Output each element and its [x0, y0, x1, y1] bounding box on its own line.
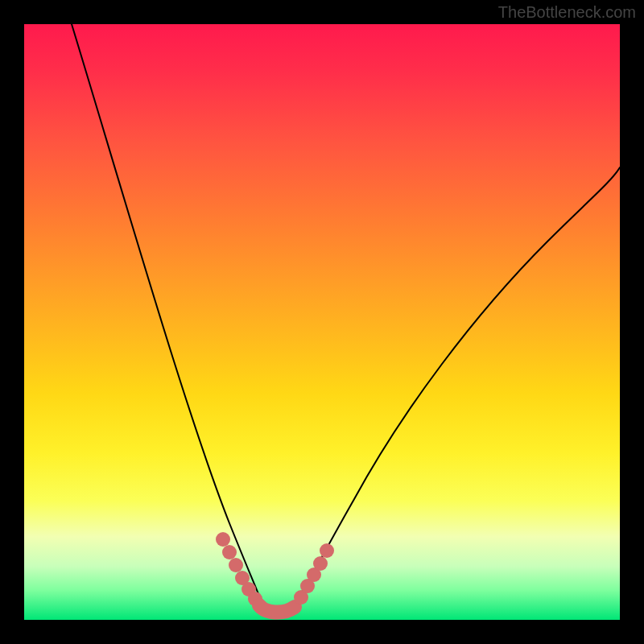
curve-left-branch	[72, 24, 270, 613]
marker-dot	[320, 543, 334, 558]
marker-dot	[216, 532, 230, 547]
chart-svg	[24, 24, 620, 620]
curve-right-branch	[290, 167, 620, 612]
marker-dot	[222, 545, 237, 559]
plot-area	[24, 24, 620, 620]
marker-valley-band	[259, 605, 295, 613]
marker-dot	[313, 556, 328, 571]
chart-frame: TheBottleneck.com	[0, 0, 644, 644]
marker-dot	[229, 558, 243, 572]
watermark-text: TheBottleneck.com	[498, 3, 636, 22]
